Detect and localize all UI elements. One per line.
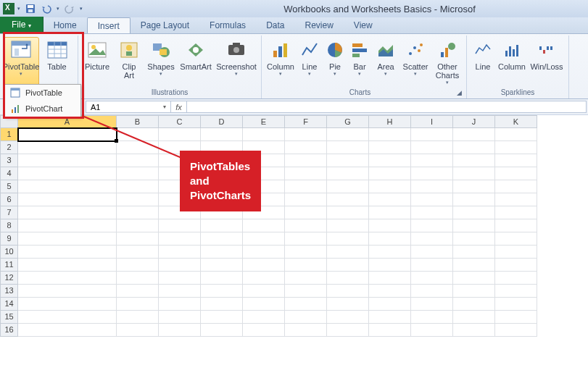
cell[interactable] [411, 128, 453, 141]
cell[interactable] [159, 259, 201, 272]
tab-file[interactable]: File ▾ [0, 17, 44, 33]
row-header[interactable]: 15 [0, 311, 18, 324]
cell[interactable] [117, 154, 159, 167]
cell[interactable] [159, 232, 201, 246]
tab-page-layout[interactable]: Page Layout [131, 17, 199, 33]
column-header[interactable]: G [327, 115, 369, 128]
cell[interactable] [18, 246, 117, 259]
cell[interactable] [285, 154, 327, 167]
cell[interactable] [159, 219, 201, 232]
cell[interactable] [369, 324, 411, 337]
cell[interactable] [369, 154, 411, 167]
cell[interactable] [327, 246, 369, 259]
cell[interactable] [159, 285, 201, 298]
chart-pie-button[interactable]: Pie▾ [323, 37, 347, 86]
row-header[interactable]: 13 [0, 285, 18, 298]
cell[interactable] [117, 246, 159, 259]
cell[interactable] [201, 272, 243, 285]
row-header[interactable]: 1 [0, 128, 18, 141]
cell[interactable] [327, 154, 369, 167]
cell[interactable] [453, 324, 495, 337]
cell[interactable] [327, 180, 369, 193]
cell[interactable] [369, 285, 411, 298]
cell[interactable] [453, 193, 495, 206]
cell[interactable] [369, 193, 411, 206]
cell[interactable] [495, 311, 537, 324]
cell[interactable] [18, 206, 117, 219]
cell[interactable] [18, 259, 117, 272]
cell[interactable] [411, 246, 453, 259]
cell[interactable] [285, 311, 327, 324]
cell[interactable] [495, 246, 537, 259]
picture-button[interactable]: Picture [81, 37, 113, 86]
cell[interactable] [285, 272, 327, 285]
cell[interactable] [117, 259, 159, 272]
column-header[interactable]: H [369, 115, 411, 128]
cell[interactable] [495, 272, 537, 285]
cell[interactable] [411, 272, 453, 285]
save-button[interactable] [23, 1, 38, 16]
cell[interactable] [243, 246, 285, 259]
cell[interactable] [369, 128, 411, 141]
cell[interactable] [117, 219, 159, 232]
cell[interactable] [18, 311, 117, 324]
cell[interactable] [327, 324, 369, 337]
cell[interactable] [495, 206, 537, 219]
cell[interactable] [453, 141, 495, 154]
cell[interactable] [285, 298, 327, 311]
cell[interactable] [201, 324, 243, 337]
cell[interactable] [327, 285, 369, 298]
cell[interactable] [285, 219, 327, 232]
charts-launcher-icon[interactable]: ◢ [455, 88, 463, 98]
cell[interactable] [453, 232, 495, 246]
cell[interactable] [411, 180, 453, 193]
cell[interactable] [495, 154, 537, 167]
cell[interactable] [18, 285, 117, 298]
cell[interactable] [369, 141, 411, 154]
cell[interactable] [369, 272, 411, 285]
row-header[interactable]: 6 [0, 193, 18, 206]
tab-view[interactable]: View [344, 17, 383, 33]
cell[interactable] [285, 285, 327, 298]
chart-area-button[interactable]: Area▾ [372, 37, 399, 86]
menu-pivotchart[interactable]: PivotChart [5, 101, 80, 117]
cell[interactable] [285, 180, 327, 193]
cell[interactable] [201, 259, 243, 272]
cell[interactable] [159, 272, 201, 285]
screenshot-button[interactable]: Screenshot ▾ [215, 37, 258, 86]
row-header[interactable]: 7 [0, 206, 18, 219]
cell[interactable] [285, 232, 327, 246]
cell[interactable] [495, 180, 537, 193]
cell[interactable] [117, 285, 159, 298]
tab-home[interactable]: Home [44, 17, 87, 33]
cell[interactable] [117, 232, 159, 246]
row-header[interactable]: 11 [0, 259, 18, 272]
column-header[interactable]: I [411, 115, 453, 128]
cell[interactable] [369, 298, 411, 311]
cell[interactable] [201, 219, 243, 232]
cell[interactable] [453, 272, 495, 285]
cell[interactable] [18, 272, 117, 285]
cell[interactable] [495, 285, 537, 298]
tab-insert[interactable]: Insert [87, 17, 131, 33]
cell[interactable] [117, 298, 159, 311]
table-button[interactable]: Table [39, 37, 75, 86]
cell[interactable] [411, 285, 453, 298]
row-header[interactable]: 9 [0, 232, 18, 246]
undo-button[interactable] [39, 1, 54, 16]
cell[interactable] [327, 259, 369, 272]
cell[interactable] [159, 311, 201, 324]
chart-bar-button[interactable]: Bar▾ [347, 37, 372, 86]
cell[interactable] [495, 167, 537, 180]
cell[interactable] [327, 311, 369, 324]
cell[interactable] [369, 206, 411, 219]
row-header[interactable]: 4 [0, 167, 18, 180]
cell[interactable] [495, 232, 537, 246]
row-header[interactable]: 8 [0, 219, 18, 232]
cell[interactable] [369, 232, 411, 246]
cell[interactable] [117, 180, 159, 193]
cell[interactable] [285, 324, 327, 337]
column-header[interactable]: J [453, 115, 495, 128]
cell[interactable] [327, 193, 369, 206]
cell[interactable] [369, 180, 411, 193]
